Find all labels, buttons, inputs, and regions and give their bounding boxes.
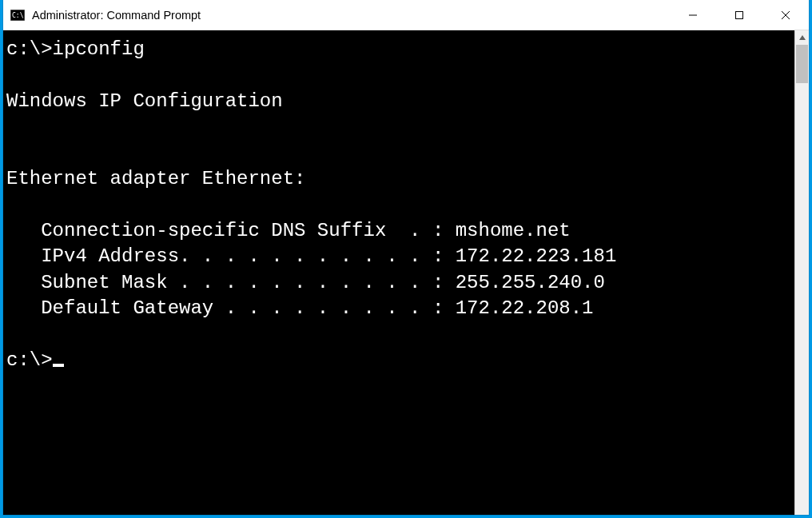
output-header: Windows IP Configuration xyxy=(6,90,283,112)
prompt: c:\> xyxy=(6,349,53,371)
cmd-icon: C:\ xyxy=(10,7,26,23)
close-button[interactable] xyxy=(762,0,809,30)
scroll-up-arrow-icon[interactable] xyxy=(795,30,809,45)
cursor xyxy=(53,364,64,367)
window-title: Administrator: Command Prompt xyxy=(32,9,670,22)
svg-rect-3 xyxy=(736,11,743,18)
prompt: c:\> xyxy=(6,38,53,60)
minimize-button[interactable] xyxy=(670,0,716,30)
adapter-name: Ethernet adapter Ethernet: xyxy=(6,168,305,189)
titlebar[interactable]: C:\ Administrator: Command Prompt xyxy=(3,0,809,30)
ipv4-address-line: IPv4 Address. . . . . . . . . . . : 172.… xyxy=(6,245,616,267)
subnet-mask-line: Subnet Mask . . . . . . . . . . . : 255.… xyxy=(6,272,605,293)
command-prompt-window: C:\ Administrator: Command Prompt c:\>ip… xyxy=(3,0,809,515)
terminal-output[interactable]: c:\>ipconfig Windows IP Configuration Et… xyxy=(3,30,794,515)
window-controls xyxy=(670,0,809,30)
dns-suffix-line: Connection-specific DNS Suffix . : mshom… xyxy=(6,220,571,241)
command-text: ipconfig xyxy=(53,38,145,60)
default-gateway-line: Default Gateway . . . . . . . . . : 172.… xyxy=(6,297,594,319)
maximize-button[interactable] xyxy=(716,0,762,30)
svg-text:C:\: C:\ xyxy=(12,12,24,19)
vertical-scrollbar[interactable] xyxy=(794,30,809,515)
scroll-thumb[interactable] xyxy=(796,45,808,83)
content-area: c:\>ipconfig Windows IP Configuration Et… xyxy=(3,30,809,515)
